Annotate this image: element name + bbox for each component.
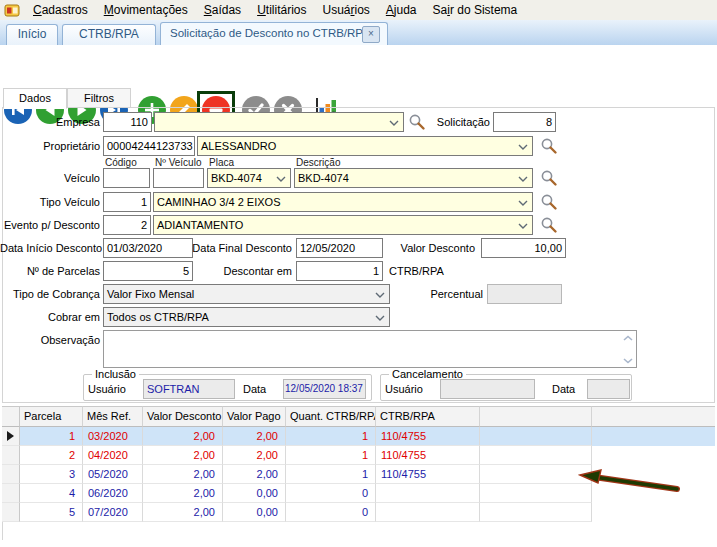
cell-mes-ref[interactable]: 06/2020: [83, 484, 143, 503]
cell-parcela[interactable]: 2: [20, 446, 83, 465]
column-header-valor-desconto[interactable]: Valor Desconto: [143, 406, 223, 427]
tipo-cobranca-label: Tipo de Cobrança: [0, 284, 100, 304]
tab-filtros[interactable]: Filtros: [67, 88, 131, 108]
tab-solicitacao-desconto[interactable]: Solicitação de Desconto no CTRB/RPA ×: [160, 22, 388, 45]
ctrb-suffix-label: CTRB/RPA: [389, 261, 489, 281]
cell-ctrb[interactable]: [376, 503, 480, 522]
cell-valor-desconto[interactable]: 2,00: [143, 503, 223, 522]
cell-mes-ref[interactable]: 07/2020: [83, 503, 143, 522]
cell-parcela[interactable]: 1: [20, 427, 83, 446]
data-inicio-field[interactable]: 01/03/2020: [103, 238, 193, 258]
menu-item-saidas[interactable]: Saídas: [196, 0, 249, 20]
cell-mes-ref[interactable]: 03/2020: [83, 427, 143, 446]
cell-valor-desconto[interactable]: 2,00: [143, 427, 223, 446]
cell-ctrb[interactable]: 110/4755: [376, 427, 480, 446]
cell-ctrb[interactable]: 110/4755: [376, 465, 480, 484]
menu-item-movimentacoes[interactable]: Movimentações: [96, 0, 196, 20]
table-row[interactable]: 2 04/2020 2,00 2,00 1 110/4755: [2, 446, 715, 465]
cell-valor-pago[interactable]: 0,00: [223, 503, 286, 522]
scroll-down-icon[interactable]: [622, 354, 634, 366]
num-parcelas-field[interactable]: 5: [103, 261, 193, 281]
cell-mes-ref[interactable]: 04/2020: [83, 446, 143, 465]
cell-valor-desconto[interactable]: 2,00: [143, 446, 223, 465]
data-final-field[interactable]: 12/05/2020: [296, 238, 383, 258]
cell-empty: [480, 446, 592, 465]
table-row[interactable]: 5 07/2020 2,00 0,00 0: [2, 503, 715, 522]
cell-quant-ctrb[interactable]: 1: [286, 427, 376, 446]
grid-indicator-header: [2, 406, 20, 427]
proprietario-search-icon[interactable]: [540, 137, 558, 155]
menu-item-sair-do-sistema[interactable]: Sair do Sistema: [425, 0, 526, 20]
cell-parcela[interactable]: 3: [20, 465, 83, 484]
menu-item-utilitarios[interactable]: Utilitários: [249, 0, 314, 20]
chevron-down-icon[interactable]: [518, 200, 528, 206]
close-tab-icon[interactable]: ×: [362, 26, 380, 43]
chevron-down-icon[interactable]: [518, 144, 528, 150]
cell-valor-desconto[interactable]: 2,00: [143, 484, 223, 503]
chevron-down-icon[interactable]: [518, 223, 528, 229]
tab-ctrb-rpa[interactable]: CTRB/RPA: [62, 24, 156, 45]
veiculo-placa-combo[interactable]: BKD-4074: [207, 168, 291, 188]
evento-combo[interactable]: ADIANTAMENTO: [153, 215, 533, 235]
cell-empty: [480, 427, 592, 446]
tab-dados[interactable]: Dados: [3, 88, 67, 109]
column-header-parcela[interactable]: Parcela: [20, 406, 83, 427]
percentual-field: [487, 284, 562, 304]
cell-mes-ref[interactable]: 05/2020: [83, 465, 143, 484]
cell-parcela[interactable]: 5: [20, 503, 83, 522]
current-row-arrow-icon: [7, 431, 14, 441]
column-header-ctrb[interactable]: CTRB/RPA: [376, 406, 480, 427]
proprietario-label: Proprietário: [0, 136, 100, 156]
cell-ctrb[interactable]: [376, 484, 480, 503]
tipo-veiculo-code-field[interactable]: 1: [103, 192, 151, 212]
observacao-textarea[interactable]: [103, 330, 637, 368]
tipo-veiculo-search-icon[interactable]: [540, 193, 558, 211]
veiculo-descricao-combo[interactable]: BKD-4074: [294, 168, 533, 188]
veiculo-col-descricao-label: Descrição: [296, 157, 340, 168]
chevron-down-icon[interactable]: [518, 176, 528, 182]
column-header-mes-ref[interactable]: Mês Ref.: [83, 406, 143, 427]
tab-inicio[interactable]: Início: [6, 24, 58, 45]
empresa-code-field[interactable]: 110: [103, 112, 152, 132]
descontar-em-field[interactable]: 1: [296, 261, 383, 281]
proprietario-code-field[interactable]: 00004244123733: [103, 136, 195, 156]
cell-valor-desconto[interactable]: 2,00: [143, 465, 223, 484]
cell-quant-ctrb[interactable]: 0: [286, 484, 376, 503]
inclusao-usuario-label: Usuário: [88, 379, 138, 399]
solicitacao-field[interactable]: 8: [493, 112, 556, 132]
cell-parcela[interactable]: 4: [20, 484, 83, 503]
cell-valor-pago[interactable]: 2,00: [223, 427, 286, 446]
tipo-veiculo-combo[interactable]: CAMINHAO 3/4 2 EIXOS: [153, 192, 533, 212]
scroll-up-icon[interactable]: [622, 332, 634, 344]
row-indicator: [2, 484, 20, 503]
proprietario-name-combo[interactable]: ALESSANDRO: [197, 136, 533, 156]
chevron-down-icon[interactable]: [375, 315, 385, 321]
column-header-empty: [592, 406, 715, 427]
menu-item-cadastros[interactable]: Cadastros: [25, 0, 96, 20]
menu-item-ajuda[interactable]: Ajuda: [378, 0, 425, 20]
cell-valor-pago[interactable]: 0,00: [223, 484, 286, 503]
table-row[interactable]: 1 03/2020 2,00 2,00 1 110/4755: [2, 427, 715, 446]
column-header-valor-pago[interactable]: Valor Pago: [223, 406, 286, 427]
evento-code-field[interactable]: 2: [103, 215, 151, 235]
evento-desconto-label: Evento p/ Desconto: [0, 215, 100, 235]
empresa-name-combo[interactable]: [154, 112, 404, 132]
row-indicator: [2, 503, 20, 522]
veiculo-search-icon[interactable]: [540, 169, 558, 187]
veiculo-codigo-field[interactable]: [103, 168, 150, 188]
cobrar-em-select[interactable]: Todos os CTRB/RPA: [103, 307, 390, 327]
tipo-cobranca-select[interactable]: Valor Fixo Mensal: [103, 284, 390, 304]
column-header-quant-ctrb[interactable]: Quant. CTRB/RPA: [286, 406, 376, 427]
cell-quant-ctrb[interactable]: 1: [286, 446, 376, 465]
chevron-down-icon[interactable]: [276, 176, 286, 182]
valor-desconto-field[interactable]: 10,00: [481, 238, 566, 258]
cell-valor-pago[interactable]: 2,00: [223, 465, 286, 484]
menu-item-usuarios[interactable]: Usuários: [314, 0, 377, 20]
cell-valor-pago[interactable]: 2,00: [223, 446, 286, 465]
veiculo-num-field[interactable]: [153, 168, 204, 188]
cell-ctrb[interactable]: 110/4755: [376, 446, 480, 465]
cell-quant-ctrb[interactable]: 1: [286, 465, 376, 484]
evento-search-icon[interactable]: [540, 216, 558, 234]
cell-quant-ctrb[interactable]: 0: [286, 503, 376, 522]
app-icon: [4, 2, 22, 18]
